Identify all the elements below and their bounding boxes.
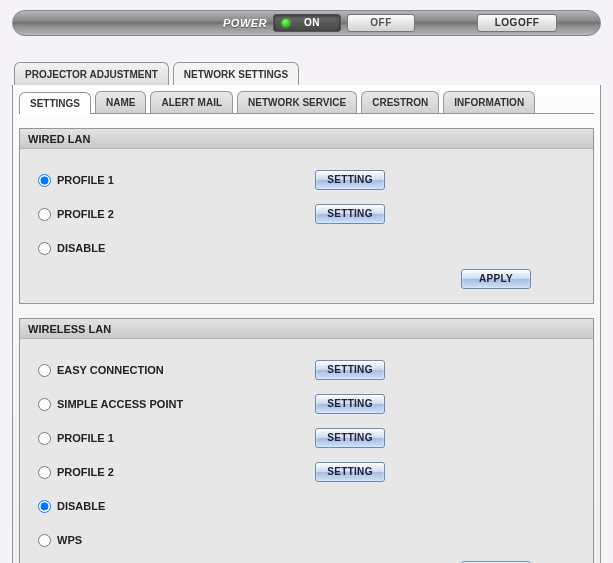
- logoff-label: LOGOFF: [495, 17, 540, 28]
- wireless-profile2-setting-button[interactable]: SETTING: [315, 462, 385, 482]
- tab-network-settings[interactable]: NETWORK SETTINGS: [173, 62, 299, 85]
- wireless-wps-radio[interactable]: [38, 534, 51, 547]
- wired-profile2-text: PROFILE 2: [57, 208, 114, 220]
- power-label: POWER: [223, 17, 267, 29]
- wireless-simple-ap-setting-button[interactable]: SETTING: [315, 394, 385, 414]
- wireless-wps-text: WPS: [57, 534, 82, 546]
- wireless-simple-ap-radio-label[interactable]: SIMPLE ACCESS POINT: [38, 398, 183, 411]
- wireless-wps-radio-label[interactable]: WPS: [38, 534, 82, 547]
- wired-profile1-setting-button[interactable]: SETTING: [315, 170, 385, 190]
- wired-profile1-radio[interactable]: [38, 174, 51, 187]
- wireless-easy-radio-label[interactable]: EASY CONNECTION: [38, 364, 164, 377]
- primary-tabs: PROJECTOR ADJUSTMENT NETWORK SETTINGS: [12, 62, 601, 85]
- tab-name[interactable]: NAME: [95, 91, 146, 113]
- wireless-lan-panel: WIRELESS LAN EASY CONNECTION SETTING S: [19, 318, 594, 563]
- wireless-disable-radio-label[interactable]: DISABLE: [38, 500, 105, 513]
- power-on-label: ON: [304, 17, 320, 28]
- wireless-simple-ap-text: SIMPLE ACCESS POINT: [57, 398, 183, 410]
- wired-apply-button[interactable]: APPLY: [461, 269, 531, 289]
- wired-profile1-radio-label[interactable]: PROFILE 1: [38, 174, 114, 187]
- wired-profile2-setting-button[interactable]: SETTING: [315, 204, 385, 224]
- wired-profile1-text: PROFILE 1: [57, 174, 114, 186]
- wired-disable-text: DISABLE: [57, 242, 105, 254]
- power-off-button[interactable]: OFF: [347, 14, 415, 32]
- tab-content-wrap: SETTINGS NAME ALERT MAIL NETWORK SERVICE…: [12, 85, 601, 563]
- wired-profile2-radio[interactable]: [38, 208, 51, 221]
- tab-settings[interactable]: SETTINGS: [19, 92, 91, 114]
- tab-crestron[interactable]: CRESTRON: [361, 91, 439, 113]
- wireless-profile1-text: PROFILE 1: [57, 432, 114, 444]
- wireless-profile1-radio[interactable]: [38, 432, 51, 445]
- wireless-simple-ap-radio[interactable]: [38, 398, 51, 411]
- wired-profile2-radio-label[interactable]: PROFILE 2: [38, 208, 114, 221]
- wireless-disable-text: DISABLE: [57, 500, 105, 512]
- wired-disable-radio-label[interactable]: DISABLE: [38, 242, 105, 255]
- wireless-profile2-text: PROFILE 2: [57, 466, 114, 478]
- power-off-label: OFF: [370, 17, 392, 28]
- wired-disable-radio[interactable]: [38, 242, 51, 255]
- tab-information[interactable]: INFORMATION: [443, 91, 535, 113]
- wireless-easy-text: EASY CONNECTION: [57, 364, 164, 376]
- wireless-easy-radio[interactable]: [38, 364, 51, 377]
- wireless-easy-setting-button[interactable]: SETTING: [315, 360, 385, 380]
- tab-network-service[interactable]: NETWORK SERVICE: [237, 91, 357, 113]
- wireless-profile1-setting-button[interactable]: SETTING: [315, 428, 385, 448]
- power-on-led-icon: [282, 19, 290, 27]
- wireless-lan-title: WIRELESS LAN: [20, 319, 593, 339]
- secondary-tabs: SETTINGS NAME ALERT MAIL NETWORK SERVICE…: [19, 91, 594, 113]
- wireless-profile2-radio-label[interactable]: PROFILE 2: [38, 466, 114, 479]
- wireless-profile2-radio[interactable]: [38, 466, 51, 479]
- tab-alert-mail[interactable]: ALERT MAIL: [150, 91, 233, 113]
- wired-lan-title: WIRED LAN: [20, 129, 593, 149]
- logoff-button[interactable]: LOGOFF: [477, 14, 557, 32]
- wireless-disable-radio[interactable]: [38, 500, 51, 513]
- wireless-profile1-radio-label[interactable]: PROFILE 1: [38, 432, 114, 445]
- power-on-button[interactable]: ON: [273, 14, 341, 32]
- wired-lan-panel: WIRED LAN PROFILE 1 SETTING PROFILE 2: [19, 128, 594, 304]
- power-bar: POWER ON OFF LOGOFF: [12, 10, 601, 36]
- tab-projector-adjustment[interactable]: PROJECTOR ADJUSTMENT: [14, 62, 169, 85]
